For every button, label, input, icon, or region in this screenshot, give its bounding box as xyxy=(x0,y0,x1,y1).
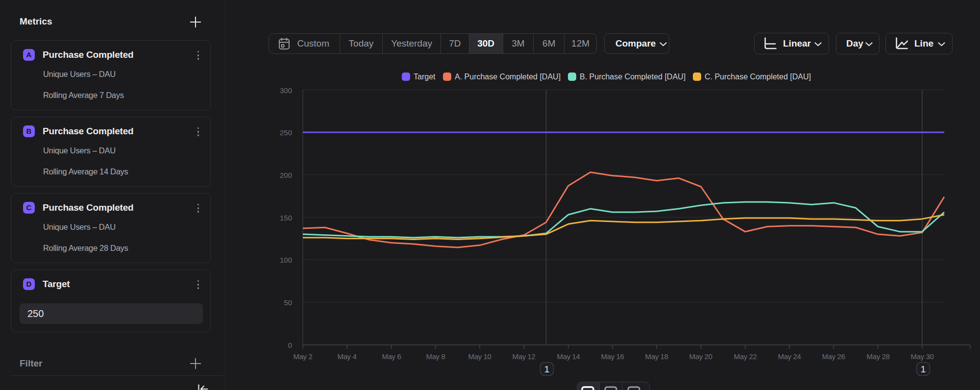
svg-text:May 14: May 14 xyxy=(557,352,580,361)
svg-text:150: 150 xyxy=(280,214,292,222)
svg-text:May 20: May 20 xyxy=(689,352,712,361)
svg-text:200: 200 xyxy=(280,171,292,179)
svg-text:50: 50 xyxy=(284,298,292,307)
svg-text:100: 100 xyxy=(280,256,292,264)
svg-text:May 12: May 12 xyxy=(513,352,536,361)
svg-text:May 24: May 24 xyxy=(778,352,801,361)
svg-text:May 8: May 8 xyxy=(426,352,445,361)
svg-text:May 2: May 2 xyxy=(294,352,313,361)
svg-text:May 4: May 4 xyxy=(338,352,357,361)
svg-text:250: 250 xyxy=(280,128,292,137)
svg-text:1: 1 xyxy=(544,364,550,374)
svg-text:May 18: May 18 xyxy=(645,352,668,361)
svg-text:May 28: May 28 xyxy=(867,352,890,361)
svg-text:May 6: May 6 xyxy=(382,352,401,361)
svg-text:May 22: May 22 xyxy=(734,352,757,361)
svg-text:May 26: May 26 xyxy=(822,352,845,361)
svg-text:May 10: May 10 xyxy=(468,352,491,361)
svg-text:0: 0 xyxy=(288,341,292,349)
svg-text:May 30: May 30 xyxy=(911,352,934,361)
svg-text:300: 300 xyxy=(280,86,292,95)
svg-text:May 16: May 16 xyxy=(601,352,624,361)
svg-text:1: 1 xyxy=(921,364,926,374)
